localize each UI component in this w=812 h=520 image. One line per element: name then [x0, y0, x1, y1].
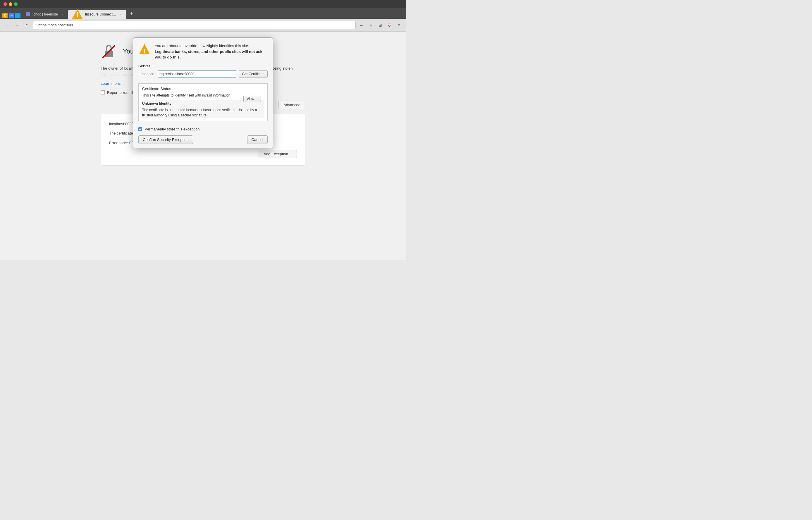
perm-store-checkbox[interactable]	[138, 127, 142, 131]
location-label: Location:	[138, 72, 155, 76]
titlebar	[0, 0, 406, 8]
tab-choo[interactable]: C #choo | freenode ×	[22, 10, 68, 19]
tab-favicon-choo: C	[26, 12, 30, 17]
tab-close-choo[interactable]: ×	[60, 12, 64, 17]
forward-button[interactable]: →	[13, 21, 21, 29]
dialog-header: ! You are about to override how Nightly …	[133, 38, 273, 64]
reload-icon: ↻	[25, 23, 29, 27]
toolbar: ← → ↻ ℹ https://localhost:8080 ··· ☆ ⊞ 🛡…	[0, 19, 406, 32]
shield-button[interactable]: 🛡	[386, 21, 394, 29]
server-section: Server Location: Get Certificate	[133, 64, 273, 83]
more-button[interactable]: ···	[358, 21, 366, 29]
dialog-overlay: ! You are about to override how Nightly …	[0, 32, 406, 260]
confirm-security-exception-button[interactable]: Confirm Security Exception	[138, 135, 193, 144]
shield-icon: 🛡	[388, 23, 392, 27]
sidebar-icon: ⊞	[378, 23, 382, 27]
perm-store-label: Permanently store this exception	[145, 127, 268, 131]
tab-icon-todo[interactable]: ✓	[15, 13, 21, 18]
sidebar-button[interactable]: ⊞	[376, 21, 384, 29]
url-text: https://localhost:8080	[38, 23, 353, 27]
star-icon: ☆	[369, 23, 373, 27]
cert-detail-area: Unknown Identity The certificate is not …	[142, 100, 264, 118]
dialog-footer: Permanently store this exception	[133, 125, 273, 135]
menu-icon: ≡	[398, 23, 400, 27]
get-certificate-button[interactable]: Get Certificate	[239, 71, 268, 78]
cert-status-section: Certificate Status This site attempts to…	[138, 83, 268, 121]
location-row: Location: Get Certificate	[138, 71, 268, 78]
dialog-header-text: You are about to override how Nightly id…	[155, 43, 268, 60]
svg-text:!: !	[143, 48, 146, 54]
security-exception-dialog: ! You are about to override how Nightly …	[133, 37, 273, 148]
menu-button[interactable]: ≡	[395, 21, 403, 29]
tab-icon-keepassxc[interactable]: K	[2, 13, 8, 18]
lock-icon: ℹ	[35, 23, 36, 27]
svg-text:!: !	[76, 11, 79, 19]
cert-status-title: Certificate Status	[142, 86, 264, 91]
tab-title-insecure: Insecure Connection	[85, 12, 116, 17]
back-icon: ←	[5, 23, 9, 27]
maximize-button[interactable]	[14, 2, 18, 6]
close-button[interactable]	[3, 2, 7, 6]
dialog-buttons: Confirm Security Exception Cancel	[133, 135, 273, 148]
tab-insecure[interactable]: ! Insecure Connection ×	[68, 10, 126, 19]
back-button[interactable]: ←	[3, 21, 11, 29]
new-tab-button[interactable]: +	[128, 9, 136, 18]
reload-button[interactable]: ↻	[23, 21, 31, 29]
header-line1: You are about to override how Nightly id…	[155, 43, 268, 60]
tab-title-choo: #choo | freenode	[32, 12, 58, 17]
forward-icon: →	[15, 23, 19, 27]
url-bar[interactable]: ℹ https://localhost:8080	[33, 21, 356, 29]
minimize-button[interactable]	[9, 2, 12, 6]
server-title: Server	[138, 64, 268, 68]
toolbar-right: ··· ☆ ⊞ 🛡 ≡	[358, 21, 403, 29]
tabbar: K 20 ✓ C #choo | freenode × ! Insecure C…	[0, 8, 406, 19]
cert-detail-text: The certificate is not trusted because i…	[142, 107, 264, 118]
cancel-button[interactable]: Cancel	[247, 135, 268, 144]
tab-favicon-insecure: !	[71, 8, 83, 21]
view-button[interactable]: View…	[243, 96, 261, 102]
bookmark-button[interactable]: ☆	[367, 21, 375, 29]
location-input[interactable]	[158, 71, 236, 78]
cert-status-inner: This site attempts to identify itself wi…	[142, 93, 264, 97]
warning-icon: !	[138, 43, 151, 55]
unknown-identity-label: Unknown Identity	[142, 102, 264, 106]
tab-close-insecure[interactable]: ×	[119, 12, 123, 17]
traffic-lights	[3, 2, 18, 6]
page-content: Your connection is not secure The owner …	[0, 32, 406, 260]
more-icon: ···	[360, 23, 363, 27]
header-bold: Legitimate banks, stores, and other publ…	[155, 49, 262, 60]
tab-icon-calendar[interactable]: 20	[9, 13, 14, 18]
